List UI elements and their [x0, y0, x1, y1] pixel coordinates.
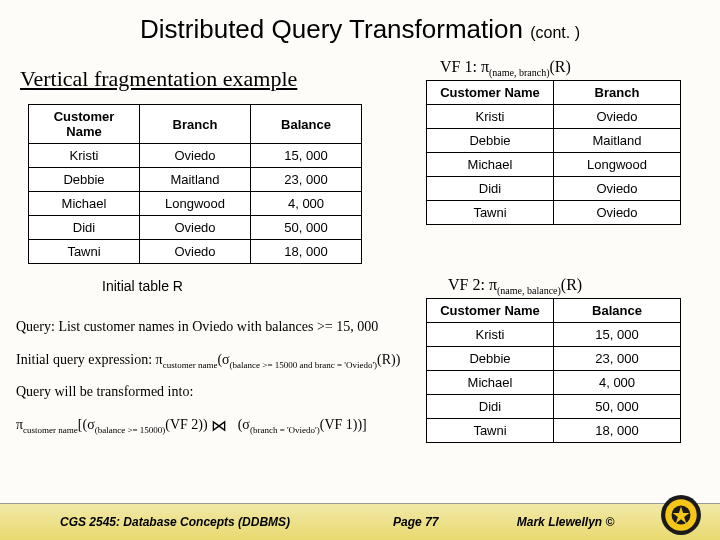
query-line-4: πcustomer name[(σ(balance >= 15000)(VF 2… — [16, 412, 414, 439]
table-row: DebbieMaitland — [427, 129, 681, 153]
table-row: Customer Name Branch — [427, 81, 681, 105]
table-row: KristiOviedo15, 000 — [29, 144, 362, 168]
table-row: KristiOviedo — [427, 105, 681, 129]
slide-footer: CGS 2545: Database Concepts (DDBMS) Page… — [0, 503, 720, 540]
query-line-2: Initial query expression: πcustomer name… — [16, 347, 414, 374]
table-row: DidiOviedo — [427, 177, 681, 201]
table-row: DebbieMaitland23, 000 — [29, 168, 362, 192]
table-row: MichaelLongwood — [427, 153, 681, 177]
table-row: TawniOviedo — [427, 201, 681, 225]
table-row: Tawni18, 000 — [427, 419, 681, 443]
vf1-caption: VF 1: π(name, branch)(R) — [440, 58, 571, 78]
table-row: TawniOviedo18, 000 — [29, 240, 362, 264]
section-heading: Vertical fragmentation example — [20, 66, 297, 92]
table-vf1: Customer Name Branch KristiOviedo Debbie… — [426, 80, 681, 225]
join-icon: ⋈ — [211, 418, 227, 434]
slide-title: Distributed Query Transformation (cont. … — [0, 0, 720, 51]
table-initial-r: Customer Name Branch Balance KristiOvied… — [28, 104, 362, 264]
vf2-caption: VF 2: π(name, balance)(R) — [448, 276, 582, 296]
title-main: Distributed Query Transformation — [140, 14, 523, 44]
table-row: Customer Name Balance — [427, 299, 681, 323]
query-line-3: Query will be transformed into: — [16, 379, 414, 406]
table-row: Debbie23, 000 — [427, 347, 681, 371]
table-row: MichaelLongwood4, 000 — [29, 192, 362, 216]
table-row: Kristi15, 000 — [427, 323, 681, 347]
ucf-logo-icon — [660, 494, 702, 536]
table-r-caption: Initial table R — [102, 278, 183, 294]
table-row: DidiOviedo50, 000 — [29, 216, 362, 240]
query-text-block: Query: List customer names in Oviedo wit… — [16, 314, 414, 445]
table-row: Customer Name Branch Balance — [29, 105, 362, 144]
footer-course: CGS 2545: Database Concepts (DDBMS) — [0, 515, 345, 529]
title-cont: (cont. ) — [530, 24, 580, 41]
table-row: Didi50, 000 — [427, 395, 681, 419]
query-line-1: Query: List customer names in Oviedo wit… — [16, 314, 414, 341]
table-vf2: Customer Name Balance Kristi15, 000 Debb… — [426, 298, 681, 443]
footer-page: Page 77 — [345, 515, 487, 529]
table-row: Michael4, 000 — [427, 371, 681, 395]
